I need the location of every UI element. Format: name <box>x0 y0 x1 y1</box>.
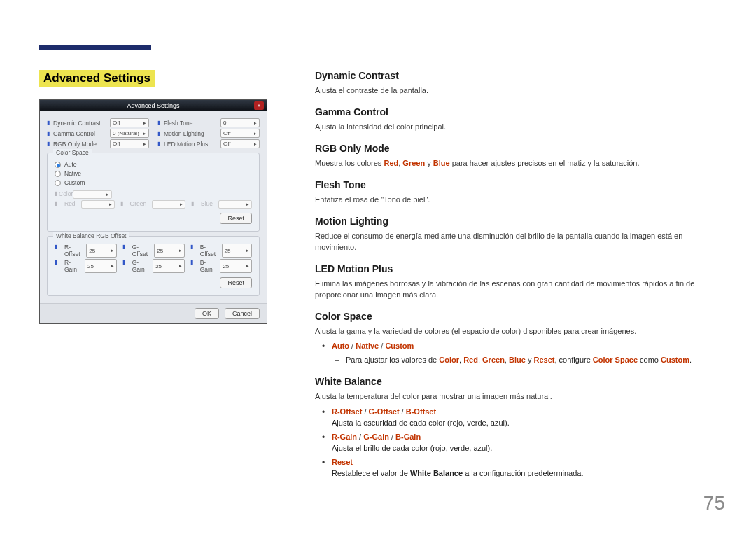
heading-motion-lighting: Motion Lighting <box>315 216 725 227</box>
ok-button[interactable]: OK <box>195 308 219 319</box>
chevron-down-icon: ▸ <box>254 141 257 147</box>
r-gain-select[interactable]: 25▸ <box>85 259 117 273</box>
red-label: Red <box>64 200 76 209</box>
text-flesh-tone: Enfatiza el rosa de "Tono de piel". <box>315 195 725 206</box>
gamma-control-select[interactable]: 0 (Natural)▸ <box>110 129 149 138</box>
wb-reset-button[interactable]: Reset <box>220 277 252 288</box>
text-white-balance: Ajusta la temperatura del color para mos… <box>315 391 725 402</box>
heading-led-motion-plus: LED Motion Plus <box>315 263 725 274</box>
page-title: Advanced Settings <box>39 70 155 87</box>
radio-custom[interactable] <box>55 180 61 186</box>
color-space-note: Para ajustar los valores de Color, Red, … <box>346 355 725 366</box>
b-offset-select[interactable]: 25▸ <box>222 244 252 258</box>
color-space-legend: Color Space <box>53 149 92 156</box>
chevron-down-icon: ▸ <box>254 120 257 126</box>
heading-white-balance: White Balance <box>315 376 725 387</box>
rgb-only-mode-select[interactable]: Off▸ <box>110 139 149 148</box>
radio-native[interactable] <box>55 171 61 177</box>
wb-offset-item: R-Offset / G-Offset / B-Offset Ajusta la… <box>332 407 725 429</box>
red-select: ▸ <box>81 200 115 209</box>
dialog-title-bar: Advanced Settings x <box>40 100 267 111</box>
color-space-reset-button[interactable]: Reset <box>220 213 252 224</box>
color-space-options: Auto / Native / Custom Para ajustar los … <box>332 341 725 366</box>
blue-label: Blue <box>201 200 213 209</box>
flesh-tone-select[interactable]: 0▸ <box>220 118 260 127</box>
motion-lighting-label: Motion Lighting <box>164 130 204 137</box>
close-icon[interactable]: x <box>254 101 264 110</box>
wb-gain-item: R-Gain / G-Gain / B-Gain Ajusta el brill… <box>332 432 725 454</box>
chevron-down-icon: ▸ <box>144 131 146 136</box>
flesh-tone-label: Flesh Tone <box>164 120 192 127</box>
b-gain-select[interactable]: 25▸ <box>220 259 252 273</box>
green-select: ▸ <box>152 200 186 209</box>
g-offset-select[interactable]: 25▸ <box>154 244 184 258</box>
radio-native-label: Native <box>64 170 81 177</box>
color-select: ▸ <box>73 190 112 199</box>
header-accent <box>39 45 151 50</box>
color-label: Color <box>59 190 73 199</box>
text-motion-lighting: Reduce el consumo de energía mediante un… <box>315 231 725 253</box>
chevron-down-icon: ▸ <box>144 141 146 147</box>
r-gain-label: R-Gain <box>64 259 79 273</box>
heading-rgb-only: RGB Only Mode <box>315 143 725 154</box>
r-offset-select[interactable]: 25▸ <box>86 244 116 258</box>
dynamic-contrast-select[interactable]: Off▸ <box>110 118 149 127</box>
rgb-only-mode-label: RGB Only Mode <box>53 141 97 148</box>
description-column: Dynamic Contrast Ajusta el contraste de … <box>315 70 725 479</box>
r-offset-label: R-Offset <box>64 244 80 258</box>
white-balance-legend: White Balance RGB Offset <box>53 232 129 239</box>
green-label: Green <box>130 200 147 209</box>
text-color-space: Ajusta la gama y la variedad de colores … <box>315 326 725 337</box>
advanced-settings-dialog: Advanced Settings x ▮Dynamic Contrast Of… <box>39 99 267 324</box>
page-number: 75 <box>704 492 725 514</box>
heading-dynamic-contrast: Dynamic Contrast <box>315 70 725 81</box>
heading-color-space: Color Space <box>315 311 725 322</box>
white-balance-fieldset: White Balance RGB Offset ▮R-Offset 25▸ ▮… <box>47 236 260 296</box>
dialog-title-text: Advanced Settings <box>127 102 179 109</box>
text-led-motion-plus: Elimina las imágenes borrosas y la vibra… <box>315 279 725 301</box>
led-motion-plus-select[interactable]: Off▸ <box>220 139 260 148</box>
text-dynamic-contrast: Ajusta el contraste de la pantalla. <box>315 85 725 97</box>
heading-flesh-tone: Flesh Tone <box>315 179 725 190</box>
wb-reset-item: Reset Restablece el valor de White Balan… <box>332 457 725 479</box>
g-offset-label: G-Offset <box>132 244 149 258</box>
radio-auto[interactable] <box>55 162 61 168</box>
text-gamma-control: Ajusta la intensidad del color principal… <box>315 122 725 133</box>
motion-lighting-select[interactable]: Off▸ <box>220 129 260 138</box>
g-gain-label: G-Gain <box>132 259 147 273</box>
chevron-down-icon: ▸ <box>254 131 257 136</box>
radio-custom-label: Custom <box>64 179 85 186</box>
g-gain-select[interactable]: 25▸ <box>153 259 185 273</box>
blue-select: ▸ <box>218 200 252 209</box>
b-offset-label: B-Offset <box>200 244 216 258</box>
b-gain-label: B-Gain <box>200 259 215 273</box>
gamma-control-label: Gamma Control <box>53 130 95 137</box>
color-space-fieldset: Color Space Auto Native Custom ▮Color ▸ … <box>47 153 260 232</box>
led-motion-plus-label: LED Motion Plus <box>164 141 208 148</box>
heading-gamma-control: Gamma Control <box>315 106 725 118</box>
dynamic-contrast-label: Dynamic Contrast <box>53 120 101 127</box>
radio-auto-label: Auto <box>64 161 77 168</box>
chevron-down-icon: ▸ <box>144 120 146 126</box>
text-rgb-only: Muestra los colores Red, Green y Blue pa… <box>315 158 725 169</box>
cancel-button[interactable]: Cancel <box>225 308 260 319</box>
